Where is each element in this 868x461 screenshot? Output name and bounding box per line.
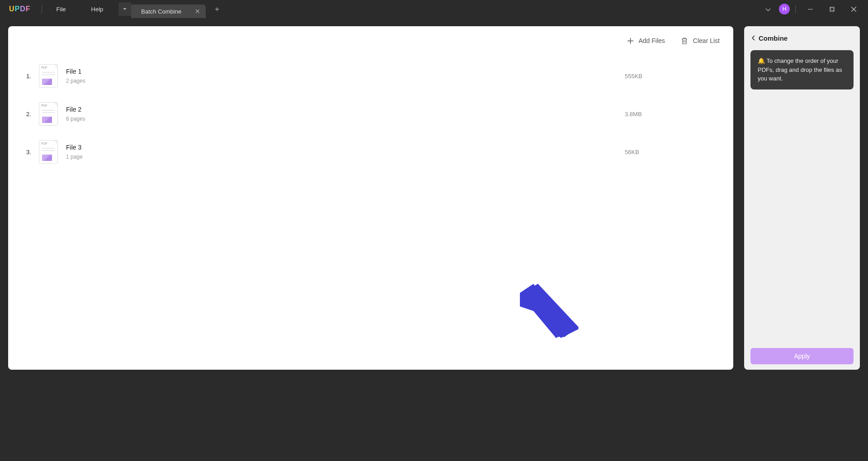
tab-batch-combine[interactable]: Batch Combine ✕ bbox=[131, 5, 206, 18]
file-name: File 1 bbox=[66, 68, 625, 75]
pdf-thumbnail-icon bbox=[39, 140, 58, 164]
trash-icon bbox=[681, 38, 688, 44]
new-tab-button[interactable]: ＋ bbox=[210, 2, 224, 16]
file-index: 1. bbox=[26, 73, 39, 80]
user-avatar[interactable]: H bbox=[779, 4, 790, 14]
file-index: 2. bbox=[26, 111, 39, 118]
side-panel: Combine 🔔 To change the order of your PD… bbox=[744, 26, 860, 370]
file-pages: 6 pages bbox=[66, 116, 625, 122]
back-icon[interactable] bbox=[751, 35, 755, 42]
tab-label: Batch Combine bbox=[141, 8, 181, 15]
pdf-thumbnail-icon bbox=[39, 102, 58, 126]
file-size: 56KB bbox=[625, 149, 715, 155]
toolbar: Add Files Clear List bbox=[8, 34, 733, 49]
menu-help[interactable]: Help bbox=[79, 0, 116, 18]
titlebar: UPDF File Help Batch Combine ✕ ＋ H bbox=[0, 0, 868, 18]
close-window-icon[interactable] bbox=[844, 0, 863, 18]
chevron-down-icon[interactable] bbox=[761, 5, 775, 13]
file-name: File 2 bbox=[66, 106, 625, 113]
minimize-icon[interactable] bbox=[801, 0, 819, 18]
menu-file[interactable]: File bbox=[44, 0, 79, 18]
pdf-thumbnail-icon bbox=[39, 64, 58, 88]
file-pages: 2 pages bbox=[66, 78, 625, 84]
file-pages: 1 page bbox=[66, 154, 625, 160]
add-files-label: Add Files bbox=[639, 37, 665, 44]
maximize-icon[interactable] bbox=[823, 0, 841, 18]
divider bbox=[795, 5, 796, 13]
main-panel: Add Files Clear List 1. File 1 2 pages 5… bbox=[8, 26, 733, 370]
plus-icon bbox=[627, 38, 633, 44]
tab-dropdown-icon[interactable] bbox=[118, 2, 131, 16]
file-row[interactable]: 1. File 1 2 pages 555KB bbox=[26, 57, 715, 95]
app-body: Add Files Clear List 1. File 1 2 pages 5… bbox=[0, 18, 868, 461]
file-row[interactable]: 3. File 3 1 page 56KB bbox=[26, 133, 715, 171]
side-header: Combine bbox=[750, 32, 854, 50]
clear-list-button[interactable]: Clear List bbox=[681, 37, 720, 44]
svg-rect-1 bbox=[830, 8, 834, 12]
file-size: 3.8MB bbox=[625, 111, 715, 118]
add-files-button[interactable]: Add Files bbox=[627, 37, 665, 44]
file-size: 555KB bbox=[625, 73, 715, 80]
svg-rect-0 bbox=[808, 9, 813, 9]
apply-button[interactable]: Apply bbox=[750, 348, 854, 364]
clear-list-label: Clear List bbox=[693, 37, 720, 44]
side-title: Combine bbox=[759, 34, 788, 42]
close-icon[interactable]: ✕ bbox=[195, 8, 200, 15]
divider bbox=[42, 5, 42, 13]
file-list: 1. File 1 2 pages 555KB 2. File 2 6 page… bbox=[8, 49, 733, 179]
file-name: File 3 bbox=[66, 144, 625, 151]
file-row[interactable]: 2. File 2 6 pages 3.8MB bbox=[26, 95, 715, 133]
svg-rect-2 bbox=[830, 7, 835, 11]
app-logo: UPDF bbox=[0, 5, 40, 13]
file-index: 3. bbox=[26, 149, 39, 155]
hint-box: 🔔 To change the order of your PDFs, drag… bbox=[750, 50, 854, 89]
